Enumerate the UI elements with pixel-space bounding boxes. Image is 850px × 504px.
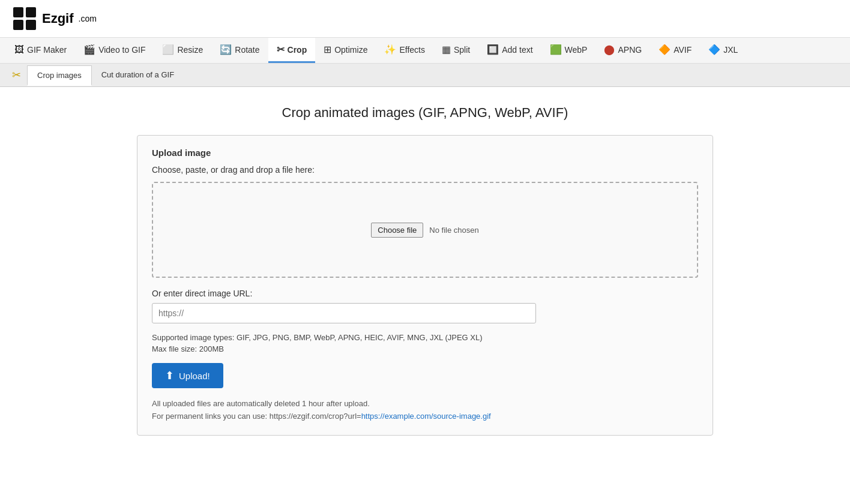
file-input-wrapper: Choose file No file chosen [371, 223, 478, 238]
upload-description: Choose, paste, or drag and drop a file h… [152, 165, 698, 175]
upload-icon: ⬆ [165, 369, 174, 382]
nav-item-resize[interactable]: ⬜ Resize [154, 38, 211, 63]
supported-types: Supported image types: GIF, JPG, PNG, BM… [152, 333, 698, 342]
logo-link[interactable]: Ezgif.com [12, 6, 97, 31]
logo-icon [12, 6, 37, 31]
nav-item-gif-maker[interactable]: 🖼 GIF Maker [6, 38, 75, 63]
add-text-icon: 🔲 [487, 44, 499, 55]
nav-item-split[interactable]: ▦ Split [433, 38, 478, 63]
video-to-gif-icon: 🎬 [83, 44, 95, 55]
upload-button-label: Upload! [179, 371, 210, 381]
nav-item-avif[interactable]: 🔶 AVIF [650, 38, 700, 63]
optimize-icon: ⊞ [324, 44, 331, 55]
apng-icon: ⬤ [604, 44, 615, 55]
nav-item-rotate[interactable]: 🔄 Rotate [211, 38, 268, 63]
nav-label-effects: Effects [399, 45, 425, 55]
tab-crop-images[interactable]: Crop images [27, 65, 92, 86]
scissors-icon: ✂ [6, 64, 27, 86]
nav-label-jxl: JXL [723, 45, 738, 55]
footer-note-line2: For permanent links you can use: https:/… [152, 410, 698, 423]
nav-item-webp[interactable]: 🟩 WebP [541, 38, 596, 63]
avif-icon: 🔶 [659, 44, 671, 55]
crop-icon: ✂ [277, 44, 285, 55]
upload-card: Upload image Choose, paste, or drag and … [137, 135, 713, 436]
nav-label-split: Split [454, 45, 470, 55]
nav-label-optimize: Optimize [334, 45, 367, 55]
sub-nav: ✂ Crop images Cut duration of a GIF [0, 64, 850, 87]
page-title: Crop animated images (GIF, APNG, WebP, A… [137, 105, 713, 121]
main-content: Crop animated images (GIF, APNG, WebP, A… [125, 87, 725, 454]
svg-rect-3 [26, 20, 36, 30]
nav-label-video-to-gif: Video to GIF [98, 45, 145, 55]
upload-card-title: Upload image [152, 148, 698, 158]
resize-icon: ⬜ [162, 44, 174, 55]
gif-maker-icon: 🖼 [14, 44, 24, 55]
logo-text: Ezgif [42, 11, 74, 26]
logo-suffix: .com [79, 14, 97, 23]
url-label: Or enter direct image URL: [152, 289, 698, 298]
nav-item-add-text[interactable]: 🔲 Add text [478, 38, 541, 63]
upload-button[interactable]: ⬆ Upload! [152, 363, 223, 388]
nav-label-gif-maker: GIF Maker [27, 45, 67, 55]
nav-label-rotate: Rotate [235, 45, 259, 55]
webp-icon: 🟩 [550, 44, 562, 55]
nav-item-crop[interactable]: ✂ Crop [268, 38, 316, 63]
footer-note-prefix: For permanent links you can use: https:/… [152, 412, 361, 421]
nav-label-add-text: Add text [502, 45, 532, 55]
rotate-icon: 🔄 [220, 44, 232, 55]
svg-rect-2 [13, 20, 23, 30]
no-file-text: No file chosen [429, 226, 478, 235]
split-icon: ▦ [442, 44, 451, 55]
footer-note-line1: All uploaded files are automatically del… [152, 398, 698, 410]
nav-item-apng[interactable]: ⬤ APNG [595, 38, 650, 63]
main-nav: 🖼 GIF Maker 🎬 Video to GIF ⬜ Resize 🔄 Ro… [0, 38, 850, 64]
nav-label-resize: Resize [177, 45, 203, 55]
header: Ezgif.com [0, 0, 850, 38]
tab-cut-duration[interactable]: Cut duration of a GIF [92, 65, 184, 85]
nav-label-avif: AVIF [674, 45, 692, 55]
jxl-icon: 🔷 [708, 44, 720, 55]
nav-label-apng: APNG [618, 45, 642, 55]
footer-note: All uploaded files are automatically del… [152, 398, 698, 423]
choose-file-button[interactable]: Choose file [371, 223, 423, 238]
max-file-size: Max file size: 200MB [152, 344, 698, 353]
nav-item-video-to-gif[interactable]: 🎬 Video to GIF [75, 38, 154, 63]
drop-zone[interactable]: Choose file No file chosen [152, 182, 698, 278]
nav-label-webp: WebP [565, 45, 588, 55]
url-input[interactable] [152, 303, 536, 323]
svg-rect-1 [26, 7, 36, 17]
effects-icon: ✨ [384, 44, 396, 55]
nav-label-crop: Crop [288, 45, 307, 55]
svg-rect-0 [13, 7, 23, 17]
footer-permanent-link[interactable]: https://example.com/source-image.gif [361, 412, 491, 421]
nav-item-effects[interactable]: ✨ Effects [376, 38, 433, 63]
nav-item-jxl[interactable]: 🔷 JXL [700, 38, 746, 63]
nav-item-optimize[interactable]: ⊞ Optimize [315, 38, 376, 63]
